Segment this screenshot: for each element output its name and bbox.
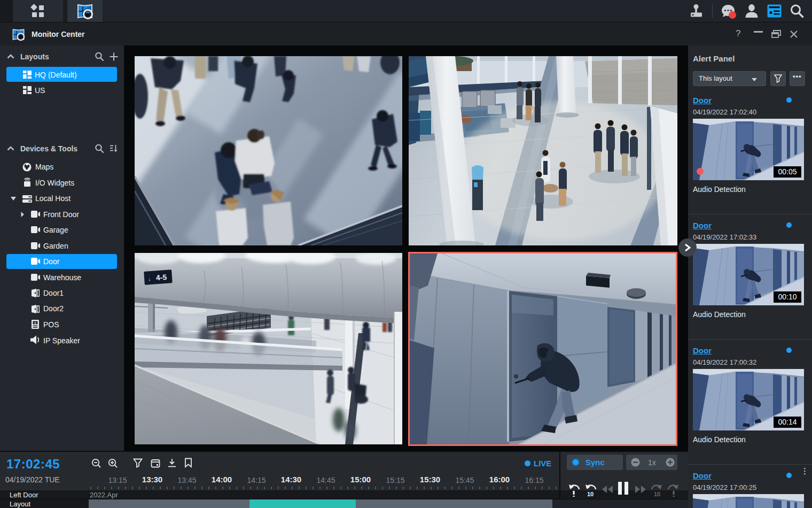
svg-text:10: 10: [654, 491, 660, 497]
svg-text:10: 10: [587, 491, 594, 497]
svg-text:↓: ↓: [148, 276, 151, 282]
svg-text:4-5: 4-5: [155, 273, 167, 282]
